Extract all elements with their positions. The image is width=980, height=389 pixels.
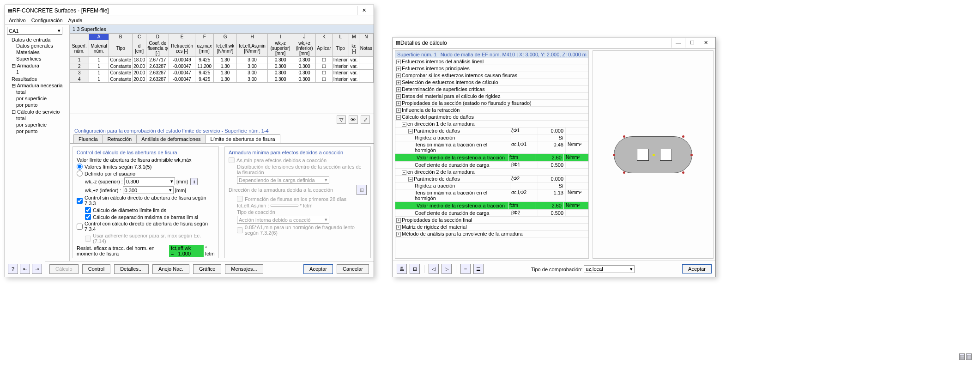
grafico-button[interactable]: Gráfico — [193, 264, 221, 274]
section-viewer[interactable] — [593, 50, 714, 259]
panel-title: Control del cálculo de las aberturas de … — [77, 150, 215, 155]
dist-select: Dependiendo de la carga definida▾ — [237, 176, 329, 184]
app-icon: ▦ — [396, 40, 400, 46]
chk-control-con[interactable] — [77, 224, 83, 230]
menu-ayuda[interactable]: Ayuda — [68, 18, 83, 23]
calc-details-window: ▦ Detalles de cálculo — ☐ ✕ Superficie n… — [393, 37, 716, 277]
cancel-button[interactable]: Cancelar — [337, 264, 369, 274]
maximize-icon[interactable]: ☐ — [685, 38, 699, 48]
tree-cs-super[interactable]: por superficie — [16, 122, 47, 128]
chk-adherente — [85, 236, 91, 242]
radio-valores-limites[interactable] — [77, 164, 83, 170]
wkmax-label: Valor límite de abertura de fisura admis… — [77, 157, 192, 163]
tab-limite[interactable]: Límite de aberturas de fisura — [206, 134, 280, 143]
wk-inf-input[interactable]: 0.300▾ — [123, 186, 174, 194]
tab-retraccion[interactable]: Retracción — [103, 134, 137, 143]
calc-button[interactable]: Cálculo — [49, 264, 79, 274]
case-select[interactable]: CA1▾ — [7, 27, 62, 35]
help-icon[interactable]: ? — [8, 264, 18, 274]
section-title: 1.3 Superficies — [70, 25, 374, 33]
tipo-select[interactable]: uz,local▾ — [584, 265, 635, 273]
tree-armadura[interactable]: Armadura — [17, 63, 39, 68]
filter-icon[interactable]: ▽ — [337, 115, 346, 124]
panel-title: Armadura mínima para efectos debidos a c… — [229, 150, 367, 155]
tab-analisis[interactable]: Análisis de deformaciones — [136, 134, 206, 143]
tree-resultados[interactable]: Resultados — [12, 76, 37, 82]
fcteff-input[interactable]: 1.000 — [178, 251, 191, 256]
tipo-select: Acción interna debido a coacció▾ — [237, 216, 329, 224]
control-button[interactable]: Control — [82, 264, 110, 274]
anejo-button[interactable]: Anejo Nac. — [152, 264, 189, 274]
excel-icon[interactable]: ⊞ — [410, 264, 420, 274]
chk-diametro[interactable] — [85, 207, 91, 213]
dir-icon[interactable]: ⊞ — [357, 185, 367, 195]
tree-an-super[interactable]: por superficie — [16, 96, 47, 101]
node-label: Nudo de malla de EF núm. M410 | X: 3.000… — [441, 52, 587, 57]
ok-button[interactable]: Aceptar — [682, 264, 712, 274]
tipo-label: Tipo de comprobación: — [531, 266, 583, 272]
prev-icon[interactable]: ⇤ — [20, 264, 30, 274]
app-icon: ▦ — [8, 7, 12, 13]
chevron-down-icon: ▾ — [630, 266, 633, 272]
chk-separacion[interactable] — [85, 214, 91, 220]
rf-concrete-window: ▦ RF-CONCRETE Surfaces - [RFEM-file] ✕ A… — [5, 5, 374, 277]
tree-an-total[interactable]: total — [16, 89, 26, 95]
next-icon[interactable]: ▷ — [442, 264, 452, 274]
print-icon[interactable]: 🖶 — [397, 264, 407, 274]
chevron-down-icon: ▾ — [58, 28, 60, 34]
asmin-input — [271, 205, 298, 207]
minimize-icon[interactable]: — — [671, 38, 685, 48]
tree-arm1[interactable]: 1 — [16, 69, 19, 75]
tree-materiales[interactable]: Materiales — [16, 49, 40, 55]
chevron-down-icon: ▾ — [170, 178, 173, 184]
tabs: Fluencia Retracción Análisis de deformac… — [70, 134, 374, 144]
tree-cs[interactable]: Cálculo de servicio — [17, 109, 60, 115]
chk-control-sin[interactable] — [77, 198, 83, 204]
tree-cs-punto[interactable]: por punto — [16, 128, 37, 134]
crack-control-panel: Control del cálculo de las aberturas de … — [73, 146, 219, 258]
prev-icon[interactable]: ◁ — [429, 264, 439, 274]
menubar: Archivo Configuración Ayuda — [5, 16, 374, 25]
close-icon[interactable]: ✕ — [357, 6, 371, 15]
mensajes-button[interactable]: Mensajes... — [225, 264, 263, 274]
details-tree[interactable]: Superficie núm. 1Nudo de malla de EF núm… — [395, 50, 589, 259]
config-subtitle: Configuración para la comprobación del e… — [70, 125, 374, 134]
window-title: RF-CONCRETE Surfaces - [RFEM-file] — [12, 7, 357, 14]
menu-config[interactable]: Configuración — [31, 18, 63, 23]
tree-an[interactable]: Armadura necesaria — [17, 83, 62, 88]
tab-fluencia[interactable]: Fluencia — [73, 134, 103, 143]
window-title: Detalles de cálculo — [400, 40, 671, 46]
chk-085 — [237, 227, 243, 233]
radio-definido-usuario[interactable] — [77, 170, 83, 176]
cross-section-shape — [614, 136, 692, 173]
surf-label: Superficie núm. 1 — [397, 52, 437, 57]
collapse-icon[interactable]: ≡ — [460, 264, 471, 274]
chk-asmin[interactable] — [229, 157, 235, 163]
surfaces-table[interactable]: ABCDEFGHIJKLMNSuperf. núm.Material núm.T… — [70, 33, 374, 83]
titlebar[interactable]: ▦ RF-CONCRETE Surfaces - [RFEM-file] ✕ — [5, 5, 374, 16]
info-icon[interactable]: i — [190, 178, 198, 185]
min-reinf-panel: Armadura mínima para efectos debidos a c… — [224, 146, 371, 258]
expand-icon[interactable]: ☰ — [473, 264, 484, 274]
tree-datos[interactable]: Datos de entrada — [12, 37, 50, 43]
tree-an-punto[interactable]: por punto — [16, 102, 37, 108]
chk-28 — [237, 196, 243, 202]
tree-cs-total[interactable]: total — [16, 115, 26, 121]
ok-button[interactable]: Aceptar — [303, 264, 333, 274]
chevron-down-icon: ▾ — [169, 187, 172, 193]
details-button[interactable]: Detalles... — [114, 264, 149, 274]
close-icon[interactable]: ✕ — [699, 38, 713, 48]
tree-superficies[interactable]: Superficies — [16, 56, 41, 61]
titlebar[interactable]: ▦ Detalles de cálculo — ☐ ✕ — [393, 37, 715, 49]
wk-sup-input[interactable]: 0.300▾ — [124, 177, 175, 185]
eye-icon[interactable]: 👁 — [349, 115, 358, 124]
menu-archivo[interactable]: Archivo — [9, 18, 26, 23]
tree-generales[interactable]: Datos generales — [16, 43, 53, 49]
nav-tree: CA1▾ Datos de entrada Datos generales Ma… — [5, 25, 70, 261]
expand-icon[interactable]: ⤢ — [361, 115, 370, 124]
next-icon[interactable]: ⇥ — [32, 264, 42, 274]
